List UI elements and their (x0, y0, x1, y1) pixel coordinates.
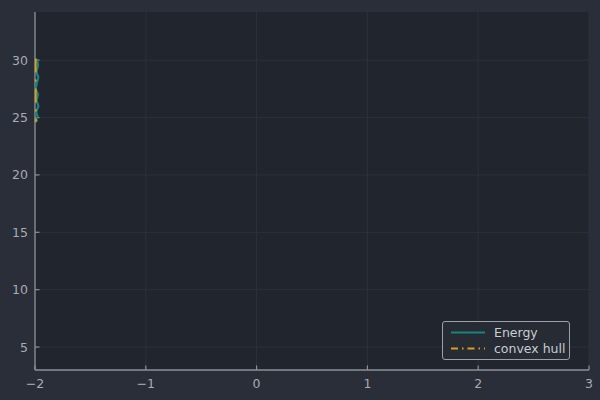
legend-label-energy: Energy (494, 325, 538, 340)
y-tick-label: 15 (12, 225, 28, 240)
legend-item-convex-hull: convex hull (450, 341, 562, 356)
x-tick-label: 1 (363, 376, 371, 391)
x-tick-label: 2 (474, 376, 482, 391)
axes-background (35, 12, 589, 370)
y-tick-label: 30 (12, 53, 28, 68)
x-tick-label: −1 (137, 376, 155, 391)
energy-line-sample-icon (450, 325, 486, 340)
x-tick-label: 3 (585, 376, 593, 391)
convex-hull-line-sample-icon (450, 341, 486, 356)
figure: −2−1012351015202530 Energy convex hull (0, 0, 600, 400)
legend-item-energy: Energy (450, 325, 562, 340)
y-tick-label: 20 (12, 167, 28, 182)
legend-label-convex-hull: convex hull (494, 341, 565, 356)
y-tick-label: 25 (12, 110, 28, 125)
x-tick-label: −2 (26, 376, 44, 391)
x-tick-label: 0 (253, 376, 261, 391)
legend: Energy convex hull (442, 321, 570, 360)
y-tick-label: 10 (12, 282, 28, 297)
y-tick-label: 5 (20, 340, 28, 355)
